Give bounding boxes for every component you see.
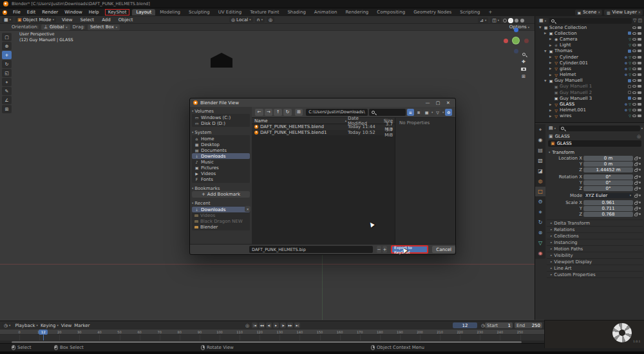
workspace-tab-compositing[interactable]: Compositing [373, 9, 409, 15]
y-field[interactable]: 0.711 [583, 206, 633, 211]
workspace-tab-animation[interactable]: Animation [310, 9, 341, 15]
wireframe-shading-button[interactable] [503, 19, 507, 23]
viewport-menu-view[interactable]: View [59, 17, 76, 23]
increment-filename-button[interactable]: + [383, 246, 387, 253]
outliner-row-guy-manuell-1[interactable]: ▣Guy Manuell 1 [536, 84, 643, 89]
scale-x-field[interactable]: 0.961 [583, 200, 633, 205]
frame-end-field[interactable]: End 250 [515, 322, 542, 328]
back-button[interactable]: ← [255, 109, 263, 116]
horizontal-list-view-button[interactable]: ≣ [415, 109, 422, 116]
lock-icon[interactable] [634, 169, 638, 172]
workspace-tab-[interactable]: + [484, 9, 496, 15]
filter-settings-chevron[interactable]: ▾ [442, 111, 444, 114]
outliner-search-field[interactable] [549, 18, 632, 24]
disable-in-renders-icon[interactable] [638, 103, 641, 106]
zoom-icon[interactable] [522, 53, 526, 56]
disable-in-renders-icon[interactable] [638, 68, 641, 70]
view-layer-selector[interactable]: ▥View Layer✕ [604, 10, 643, 15]
object-name-field[interactable]: ▣ GLASS [548, 140, 641, 147]
menu-file[interactable]: File [10, 9, 24, 15]
next-keyframe-button[interactable]: ▶▶ [287, 322, 293, 328]
animate-decorator[interactable] [639, 182, 641, 183]
collection-checkbox[interactable] [628, 50, 631, 53]
expand-icon[interactable]: ▶ [544, 32, 547, 35]
expand-icon[interactable]: ▶ [549, 115, 553, 118]
keyshot-menu-tab[interactable]: KeyShot [105, 9, 130, 15]
viewport-menu-object[interactable]: Object [115, 17, 137, 23]
world-properties-tab[interactable]: ◍ [535, 176, 545, 186]
new-folder-button[interactable]: ⊞ [295, 109, 303, 116]
hide-in-viewport-icon[interactable] [632, 109, 636, 111]
animate-decorator[interactable] [639, 213, 641, 215]
disable-in-renders-icon[interactable] [638, 50, 641, 52]
view-layer-properties-tab[interactable]: ▧ [535, 156, 545, 165]
animate-decorator[interactable] [639, 176, 641, 178]
timeline-menu-playback[interactable]: Playback▾ [15, 323, 38, 328]
collection-checkbox[interactable] [628, 97, 631, 100]
next-frame-button[interactable]: |▶ [280, 322, 286, 328]
hide-in-viewport-icon[interactable] [632, 73, 636, 76]
proportional-editing-toggle[interactable]: ◎ [267, 17, 274, 23]
particles-properties-tab[interactable]: ∗ [535, 207, 545, 217]
menu-help[interactable]: Help [86, 9, 102, 15]
thumbnail-view-button[interactable]: ▦ [423, 109, 430, 116]
play-button[interactable]: ▶ [273, 322, 279, 328]
outliner-row-cylinder[interactable]: ▶▽Cylinder⚙▽ [536, 54, 643, 60]
disable-in-renders-icon[interactable] [638, 26, 641, 29]
lock-icon[interactable] [634, 202, 638, 205]
recent-header[interactable]: ▾Recent [192, 200, 250, 206]
expand-icon[interactable]: ▼ [544, 79, 547, 82]
outliner-row-collection[interactable]: ▶▣Collection [536, 30, 643, 36]
disable-in-renders-icon[interactable] [638, 44, 641, 46]
minimize-button[interactable]: — [424, 100, 431, 106]
cursor-tool[interactable]: ⊕ [2, 42, 12, 50]
hide-in-viewport-icon[interactable] [632, 38, 636, 41]
pan-hand-icon[interactable]: ✚ [522, 59, 526, 64]
lock-icon[interactable] [634, 182, 638, 185]
forward-button[interactable]: → [265, 109, 273, 116]
outliner-row-scene-collection[interactable]: ▼▦Scene Collection [536, 24, 643, 30]
outliner-row-guy-manuell-3[interactable]: ▣Guy Manuell 3 [536, 95, 643, 101]
cancel-button[interactable]: Cancel [432, 246, 455, 253]
viewport-menu-select[interactable]: Select [77, 17, 98, 23]
playhead-marker[interactable]: 12 [39, 330, 48, 335]
tool-properties-tab[interactable]: ⌖ [535, 125, 545, 135]
hide-in-viewport-icon[interactable] [632, 26, 636, 29]
transform-tool[interactable]: ⌖ [2, 78, 12, 86]
camera-view-icon[interactable] [521, 68, 526, 71]
current-frame-field[interactable]: 12 [453, 322, 477, 328]
section-collections[interactable]: ▸Collections [547, 232, 643, 239]
prev-keyframe-button[interactable]: ◀◀ [259, 322, 265, 328]
gizmo-x-axis[interactable] [504, 39, 508, 43]
bookmarks-header[interactable]: ▾Bookmarks [192, 185, 250, 191]
frame-start-field[interactable]: Start 1 [485, 322, 513, 328]
maximize-button[interactable]: ▢ [434, 100, 442, 106]
outliner-row-helmet[interactable]: ▶▽Helmet⚙▽ [536, 72, 643, 78]
filter-icon[interactable]: ▽ [434, 109, 441, 116]
outliner-row-helmet-001[interactable]: ▶▽Helmet.001⚙▽ [536, 107, 643, 113]
rotation-x-field[interactable]: 0° [583, 174, 633, 180]
volume-item-disk-d-d[interactable]: ▭Disk D (D:) [192, 120, 250, 126]
system-item-videos[interactable]: ▶Videos [192, 171, 250, 176]
lock-icon[interactable] [634, 195, 638, 198]
timeline-ruler[interactable]: 0102030405060708090100110120130140150160… [0, 330, 544, 335]
unlink-scene-icon[interactable]: ✕ [598, 10, 600, 14]
measure-tool[interactable]: ∠ [2, 96, 12, 104]
expand-icon[interactable]: ▶ [549, 44, 553, 47]
add-cube-tool[interactable]: ⊞ [2, 105, 12, 113]
hide-in-viewport-icon[interactable] [632, 85, 636, 88]
breadcrumb-object-name[interactable]: GLASS [555, 134, 570, 139]
scene-properties-tab[interactable]: ◪ [535, 166, 545, 176]
z-field[interactable]: 0° [583, 186, 633, 191]
outliner-row-cylinder-001[interactable]: ▶▽Cylinder.001⚙▽ [536, 60, 643, 66]
y-field[interactable]: 0° [583, 180, 633, 185]
search-field[interactable] [369, 109, 406, 116]
outliner-row-wires[interactable]: ▶▽wires▽ [536, 113, 643, 119]
system-item-home[interactable]: ⌂Home [192, 136, 250, 142]
disable-in-renders-icon[interactable] [638, 62, 641, 64]
section-line-art[interactable]: ▸Line Art [547, 265, 643, 271]
expand-icon[interactable]: ▼ [544, 50, 547, 53]
hide-in-viewport-icon[interactable] [632, 91, 636, 94]
physics-properties-tab[interactable]: ↻ [535, 218, 545, 227]
system-item-pictures[interactable]: ▣Pictures [192, 165, 250, 171]
